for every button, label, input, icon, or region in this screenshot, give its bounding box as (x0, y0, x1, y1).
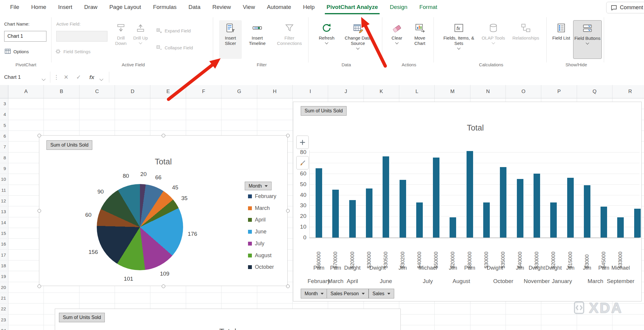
row-header-5[interactable]: 5 (0, 120, 7, 131)
legend-item-april[interactable]: April (248, 217, 266, 223)
column-header-O[interactable]: O (506, 85, 541, 98)
bar[interactable] (567, 178, 574, 238)
row-header-24[interactable]: 24 (0, 325, 7, 330)
ribbon-tab-pivotchart-analyze[interactable]: PivotChart Analyze (321, 0, 384, 14)
bar[interactable] (584, 185, 590, 238)
selection-handle[interactable] (38, 134, 41, 137)
ribbon-tab-automate[interactable]: Automate (261, 0, 297, 14)
row-header-16[interactable]: 16 (0, 239, 7, 249)
ribbon-tab-format[interactable]: Format (413, 0, 443, 14)
bar[interactable] (316, 168, 322, 238)
fields-items-sets-button[interactable]: fx Fields, Items, & Sets (439, 20, 479, 59)
column-header-Q[interactable]: Q (577, 85, 612, 98)
ribbon-tab-data[interactable]: Data (183, 0, 206, 14)
column-header-D[interactable]: D (115, 85, 150, 98)
ribbon-tab-draw[interactable]: Draw (78, 0, 103, 14)
field-list-button[interactable]: Field List (551, 20, 571, 59)
bar[interactable] (400, 180, 406, 238)
bar[interactable] (601, 207, 607, 238)
selection-handle[interactable] (286, 134, 290, 137)
row-header-3[interactable]: 3 (0, 98, 7, 109)
column-header-R[interactable]: R (612, 85, 644, 98)
ribbon-tab-design[interactable]: Design (384, 0, 413, 14)
axis-field-button-month[interactable]: Month (301, 289, 328, 298)
pie-chart-object[interactable]: Sum of Units Sold Total 2066453517610910… (39, 135, 288, 286)
selection-handle[interactable] (286, 209, 290, 213)
ribbon-tab-formulas[interactable]: Formulas (147, 0, 183, 14)
bar[interactable] (332, 190, 339, 238)
row-header-21[interactable]: 21 (0, 293, 7, 304)
bar[interactable] (517, 179, 523, 238)
row-header-7[interactable]: 7 (0, 142, 7, 152)
bar[interactable] (534, 174, 540, 238)
ribbon-tab-home[interactable]: Home (25, 0, 52, 14)
chart-name-input[interactable]: Chart 1 (4, 31, 46, 42)
ribbon-tab-help[interactable]: Help (297, 0, 321, 14)
chart-styles-button[interactable] (296, 156, 309, 169)
row-header-10[interactable]: 10 (0, 174, 7, 185)
column-header-M[interactable]: M (435, 85, 470, 98)
legend-item-july[interactable]: July (248, 241, 264, 247)
insert-timeline-button[interactable]: Insert Timeline (244, 20, 270, 59)
enter-icon[interactable]: ✓ (76, 69, 81, 85)
column-header-N[interactable]: N (470, 85, 506, 98)
selection-handle[interactable] (38, 209, 41, 213)
bottom-value-field-button[interactable]: Sum of Units Sold (59, 313, 105, 322)
pie-plot[interactable] (97, 184, 183, 270)
legend-item-march[interactable]: March (248, 205, 270, 211)
row-header-20[interactable]: 20 (0, 282, 7, 293)
legend-item-august[interactable]: August (248, 252, 272, 259)
chart-elements-button[interactable] (296, 136, 309, 149)
cancel-icon[interactable]: ✕ (64, 69, 68, 85)
insert-slicer-button[interactable]: Insert Slicer (219, 20, 242, 59)
row-header-15[interactable]: 15 (0, 228, 7, 239)
name-box-chevron-icon[interactable] (42, 77, 46, 81)
column-header-F[interactable]: F (186, 85, 222, 98)
row-header-4[interactable]: 4 (0, 109, 7, 120)
column-header-L[interactable]: L (399, 85, 435, 98)
column-header-J[interactable]: J (328, 85, 364, 98)
more-options-icon[interactable]: ⋮ (54, 69, 59, 85)
refresh-button[interactable]: Refresh (316, 20, 337, 59)
legend-item-june[interactable]: June (248, 229, 266, 235)
clear-button[interactable]: Clear (387, 20, 406, 59)
pie-value-field-button[interactable]: Sum of Units Sold (46, 140, 92, 150)
select-all-corner[interactable] (0, 85, 8, 98)
bar[interactable] (500, 167, 506, 238)
bar[interactable] (366, 188, 372, 238)
selection-handle[interactable] (162, 285, 165, 288)
selection-handle[interactable] (286, 285, 290, 288)
column-header-A[interactable]: A (8, 85, 44, 98)
selection-handle[interactable] (162, 134, 165, 137)
row-header-9[interactable]: 9 (0, 163, 7, 174)
bar[interactable] (483, 202, 490, 238)
ribbon-tab-view[interactable]: View (237, 0, 261, 14)
column-header-B[interactable]: B (44, 85, 79, 98)
fx-chevron-icon[interactable] (99, 77, 103, 81)
row-header-17[interactable]: 17 (0, 250, 7, 260)
column-header-P[interactable]: P (541, 85, 577, 98)
column-header-C[interactable]: C (79, 85, 115, 98)
field-buttons-button[interactable]: Field Buttons (573, 20, 602, 59)
ribbon-tab-file[interactable]: File (4, 0, 25, 14)
column-header-I[interactable]: I (293, 85, 328, 98)
name-box[interactable]: Chart 1 (4, 69, 21, 85)
row-header-12[interactable]: 12 (0, 196, 7, 206)
legend-month-field-button[interactable]: Month (245, 182, 272, 190)
row-header-11[interactable]: 11 (0, 185, 7, 196)
bar-value-field-button[interactable]: Sum of Units Sold (301, 106, 347, 116)
bar[interactable] (450, 217, 456, 238)
column-header-H[interactable]: H (257, 85, 293, 98)
axis-field-button-sales[interactable]: Sales (369, 289, 394, 298)
options-button[interactable]: Options (4, 47, 29, 56)
row-header-22[interactable]: 22 (0, 304, 7, 314)
bar[interactable] (383, 156, 389, 238)
bar[interactable] (550, 202, 557, 238)
bar[interactable] (634, 209, 641, 238)
row-header-23[interactable]: 23 (0, 315, 7, 325)
move-chart-button[interactable]: Move Chart (409, 20, 431, 59)
ribbon-tab-page-layout[interactable]: Page Layout (103, 0, 147, 14)
ribbon-tab-insert[interactable]: Insert (52, 0, 78, 14)
bar[interactable] (416, 202, 423, 238)
column-header-E[interactable]: E (150, 85, 186, 98)
